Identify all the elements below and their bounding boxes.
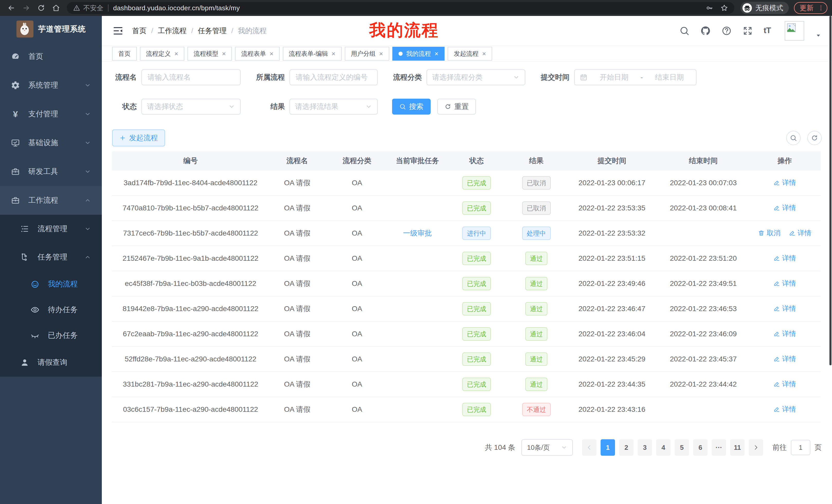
- detail-link[interactable]: 详情: [773, 380, 796, 389]
- sidebar-item[interactable]: 首页: [0, 42, 102, 71]
- detail-link[interactable]: 详情: [773, 254, 796, 263]
- close-icon[interactable]: ×: [435, 50, 438, 57]
- sidebar-item[interactable]: 请假查询: [0, 348, 102, 376]
- sidebar-item[interactable]: 系统管理: [0, 71, 102, 100]
- back-icon[interactable]: [5, 1, 18, 15]
- font-size-icon[interactable]: tT: [763, 26, 774, 36]
- close-icon[interactable]: ×: [482, 50, 486, 57]
- detail-link[interactable]: 详情: [789, 228, 811, 237]
- tab[interactable]: 流程模型 ×: [187, 47, 232, 61]
- breadcrumb-item[interactable]: 首页: [132, 26, 147, 36]
- sidebar-item[interactable]: 我的流程: [0, 271, 102, 297]
- status-badge: 已取消: [522, 201, 551, 215]
- category-select[interactable]: 请选择流程分类: [426, 69, 525, 85]
- security-label[interactable]: 不安全: [83, 4, 103, 12]
- process-name-input[interactable]: [141, 69, 241, 85]
- detail-link[interactable]: 详情: [773, 404, 796, 414]
- sidebar-item[interactable]: 待办任务: [0, 297, 102, 323]
- tab[interactable]: 发起流程 ×: [448, 47, 492, 61]
- result-select[interactable]: 请选择流结果: [289, 99, 378, 115]
- sidebar-item[interactable]: 任务管理: [0, 243, 102, 271]
- tab-label: 流程表单-编辑: [289, 50, 328, 58]
- show-search-button[interactable]: [786, 131, 801, 145]
- detail-link[interactable]: 详情: [773, 279, 796, 288]
- more-vert-icon[interactable]: [817, 5, 824, 11]
- breadcrumb-item[interactable]: 任务管理: [198, 26, 227, 36]
- status-badge: 通过: [525, 377, 547, 391]
- forward-icon[interactable]: [20, 1, 33, 15]
- sidebar-item[interactable]: 流程管理: [0, 215, 102, 243]
- breadcrumb-item[interactable]: 工作流程: [158, 26, 187, 36]
- app-logo-row[interactable]: 芋道管理系统: [0, 16, 102, 42]
- prev-page-button[interactable]: [582, 439, 597, 456]
- detail-link[interactable]: 详情: [773, 354, 796, 363]
- avatar[interactable]: [785, 21, 804, 40]
- close-icon[interactable]: ×: [269, 50, 273, 57]
- page-scrollbar[interactable]: [829, 16, 831, 365]
- cell-id: 2152467e-7b9b-11ec-9a1b-acde48001122: [112, 254, 269, 262]
- cell-id: 331bc281-7b9a-11ec-a290-acde48001122: [112, 380, 269, 388]
- tab[interactable]: 流程定义 ×: [140, 47, 184, 61]
- sidebar-item[interactable]: 基础设施: [0, 129, 102, 157]
- page-ellipsis[interactable]: ···: [712, 439, 726, 456]
- sidebar-item[interactable]: 工作流程: [0, 186, 102, 215]
- page-button[interactable]: 2: [619, 439, 633, 456]
- detail-link[interactable]: 详情: [773, 329, 796, 338]
- cell-category: OA: [326, 330, 389, 338]
- page-button[interactable]: 5: [675, 439, 689, 456]
- reset-button[interactable]: 重置: [437, 99, 476, 115]
- url-text[interactable]: dashboard.yudao.iocoder.cn/bpm/task/my: [113, 4, 240, 12]
- detail-link[interactable]: 详情: [773, 178, 796, 187]
- close-icon[interactable]: ×: [379, 50, 383, 57]
- caret-down-icon[interactable]: [815, 32, 822, 39]
- search-icon[interactable]: [679, 26, 690, 36]
- bookmark-star-icon[interactable]: [721, 4, 728, 12]
- tab[interactable]: 流程表单 ×: [235, 47, 280, 61]
- tab[interactable]: 用户分组 ×: [345, 47, 389, 61]
- url-bar[interactable]: 不安全 dashboard.yudao.iocoder.cn/bpm/task/…: [67, 2, 734, 14]
- tab[interactable]: 流程表单-编辑 ×: [283, 47, 342, 61]
- status-placeholder: 请选择状态: [147, 102, 183, 111]
- tab[interactable]: 首页: [112, 47, 137, 61]
- github-icon[interactable]: [700, 26, 711, 36]
- cancel-link[interactable]: 取消: [758, 228, 781, 237]
- goto-page-input[interactable]: [791, 440, 810, 455]
- page-button[interactable]: 11: [730, 439, 745, 456]
- sidebar-item[interactable]: 研发工具: [0, 157, 102, 186]
- page-button[interactable]: 1: [601, 439, 615, 456]
- start-date-placeholder[interactable]: 开始日期: [593, 73, 635, 82]
- search-button[interactable]: 搜索: [392, 99, 431, 115]
- detail-link[interactable]: 详情: [773, 304, 796, 313]
- hamburger-icon[interactable]: [112, 25, 124, 37]
- close-icon[interactable]: ×: [174, 50, 178, 57]
- end-date-placeholder[interactable]: 结束日期: [648, 73, 691, 82]
- refresh-table-button[interactable]: [807, 131, 822, 145]
- reload-icon[interactable]: [34, 1, 48, 15]
- tab[interactable]: 我的流程 ×: [392, 47, 445, 61]
- sidebar-item[interactable]: 已办任务: [0, 323, 102, 348]
- detail-link[interactable]: 详情: [773, 203, 796, 213]
- sidebar-item[interactable]: ¥ 支付管理: [0, 100, 102, 129]
- close-icon[interactable]: ×: [222, 50, 226, 57]
- sidebar-item-label: 流程管理: [37, 224, 84, 234]
- search-button-label: 搜索: [409, 102, 423, 111]
- update-button[interactable]: 更新: [794, 2, 827, 14]
- process-definition-input[interactable]: [289, 69, 378, 85]
- status-select[interactable]: 请选择状态: [141, 99, 241, 115]
- page-button[interactable]: 6: [693, 439, 707, 456]
- page-button[interactable]: 4: [656, 439, 671, 456]
- help-icon[interactable]: [722, 26, 732, 36]
- home-icon[interactable]: [49, 1, 63, 15]
- cell-current-task[interactable]: 一级审批: [389, 228, 446, 238]
- next-page-button[interactable]: [749, 439, 763, 456]
- submit-time-range[interactable]: 开始日期 - 结束日期: [574, 69, 697, 85]
- cell-id: 3ad174fb-7b9d-11ec-8404-acde48001122: [112, 179, 269, 187]
- key-icon[interactable]: [705, 4, 713, 12]
- page-size-select[interactable]: 10条/页: [521, 439, 573, 456]
- new-process-button[interactable]: 发起流程: [112, 130, 165, 146]
- current-task-link[interactable]: 一级审批: [403, 229, 432, 237]
- page-button[interactable]: 3: [638, 439, 652, 456]
- close-icon[interactable]: ×: [332, 50, 336, 57]
- cell-process-name: OA 请假: [269, 329, 326, 339]
- fullscreen-icon[interactable]: [743, 26, 753, 36]
